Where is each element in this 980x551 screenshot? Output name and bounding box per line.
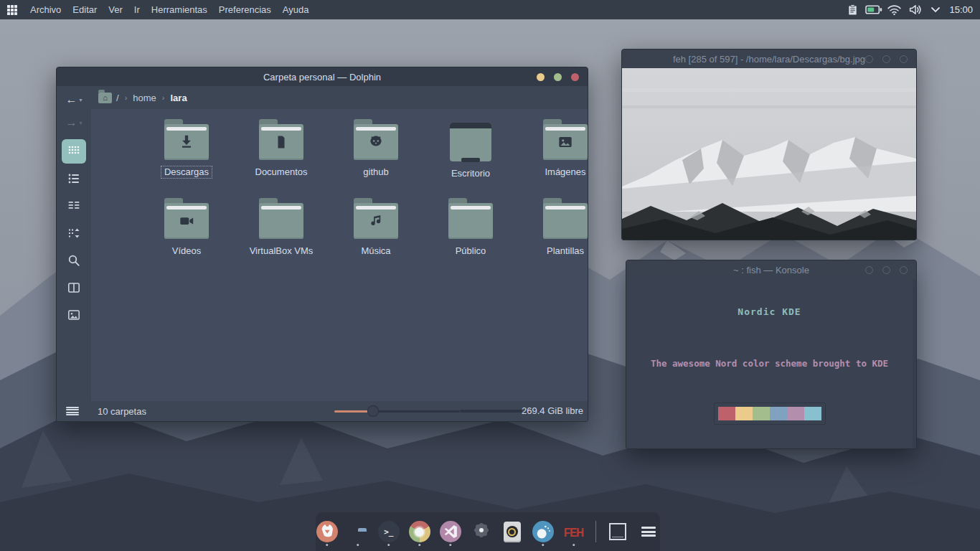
konsole-title: ~ : fish — Konsole (733, 265, 809, 276)
folder-item-m-sica[interactable]: Música (330, 197, 422, 263)
folder-item-p-blico[interactable]: Público (425, 197, 517, 263)
folder-label: VirtualBox VMs (246, 245, 317, 258)
minimize-button[interactable] (537, 73, 545, 81)
zoom-slider[interactable] (334, 405, 460, 417)
split-view-button[interactable] (62, 278, 86, 300)
palette-swatch (770, 407, 787, 420)
palette-swatch (787, 407, 804, 420)
palette-swatch (804, 407, 821, 420)
running-indicator (449, 544, 452, 547)
folder-label: Música (357, 245, 394, 258)
menu-item-editar[interactable]: Editar (67, 0, 103, 19)
dock-show-desktop[interactable] (606, 517, 629, 546)
icons-view-button[interactable] (62, 139, 86, 164)
minimize-button[interactable] (865, 266, 873, 274)
dock-app-menu[interactable] (637, 517, 660, 546)
volume-icon[interactable] (907, 3, 923, 17)
preview-button[interactable] (62, 306, 86, 327)
free-space: 269.4 GiB libre (522, 401, 583, 421)
menu-item-archivo[interactable]: Archivo (24, 0, 67, 19)
folder-item-descargas[interactable]: Descargas (141, 118, 232, 184)
folder-item-documentos[interactable]: Documentos (235, 118, 327, 184)
app-launcher-button[interactable] (0, 0, 24, 19)
folder-label: Público (452, 245, 490, 258)
feh-logo-icon: FEH (564, 524, 583, 539)
konsole-window: ~ : fish — Konsole Nordic KDE The awesom… (626, 260, 917, 449)
details-view-button[interactable] (62, 169, 86, 191)
dolphin-title: Carpeta personal — Dolphin (263, 72, 381, 83)
chevron-down-icon[interactable] (928, 3, 943, 17)
zoom-slider-knob[interactable] (367, 405, 379, 417)
image-folder-icon (543, 124, 588, 160)
folder-item-escritorio[interactable]: Escritorio (425, 118, 517, 184)
breadcrumb-lara[interactable]: lara (171, 93, 187, 103)
dock-music-player[interactable] (501, 517, 524, 546)
folder-item-im-genes[interactable]: Imágenes (519, 118, 588, 184)
forward-button[interactable]: →▾ (62, 113, 86, 132)
folder-item-virtualbox-vms[interactable]: VirtualBox VMs (235, 197, 327, 263)
maximize-button[interactable] (554, 73, 562, 81)
menu-item-herramientas[interactable]: Herramientas (146, 0, 213, 19)
breadcrumb-home[interactable]: home (133, 93, 156, 103)
terminal-output[interactable]: Nordic KDE The awesome Nord color scheme… (626, 279, 916, 448)
wifi-icon[interactable] (886, 3, 902, 17)
breadcrumb-root[interactable]: / (116, 93, 119, 103)
close-button[interactable] (900, 266, 908, 274)
close-button[interactable] (900, 55, 908, 63)
folder-label: Documentos (252, 166, 311, 179)
menu-item-preferencias[interactable]: Preferencias (213, 0, 277, 19)
system-tray (844, 3, 943, 17)
minimize-button[interactable] (865, 55, 873, 63)
menubar-items: ArchivoEditarVerIrHerramientasPreferenci… (24, 0, 314, 19)
folder-item-plantillas[interactable]: Plantillas (519, 197, 588, 263)
dock-panel: >_FEH (316, 512, 660, 551)
folder-label: Vídeos (169, 245, 204, 258)
details-view-icon (67, 171, 81, 189)
dock-chromium[interactable] (408, 517, 431, 546)
folder-count: 10 carpetas (98, 406, 146, 417)
dolphin-window: Carpeta personal — Dolphin ⌂ / › home › … (56, 67, 588, 422)
palette-swatch (735, 407, 753, 420)
close-button[interactable] (571, 73, 579, 81)
compact-view-button[interactable] (62, 197, 86, 218)
sort-button[interactable] (62, 224, 86, 245)
konsole-titlebar[interactable]: ~ : fish — Konsole (626, 260, 916, 279)
maximize-button[interactable] (882, 266, 890, 274)
battery-icon[interactable] (865, 3, 881, 17)
terminal-heading: Nordic KDE (626, 306, 913, 317)
breadcrumb-home-icon[interactable]: ⌂ (98, 93, 112, 103)
folder-item-github[interactable]: github (330, 118, 422, 184)
feh-title: feh [285 of 597] - /home/lara/Descargas/… (673, 54, 865, 65)
menu-item-ayuda[interactable]: Ayuda (277, 0, 315, 19)
menu-item-ir[interactable]: Ir (128, 0, 146, 19)
back-button[interactable]: ←▾ (62, 90, 86, 109)
menu-item-ver[interactable]: Ver (103, 0, 128, 19)
running-indicator (542, 544, 545, 547)
desktop-icon (450, 123, 491, 161)
dock-terminal[interactable]: >_ (377, 517, 400, 546)
night-app-icon (532, 521, 554, 542)
sort-icon (67, 226, 81, 243)
dock-night-app[interactable] (532, 517, 555, 546)
icons-view-icon (67, 143, 81, 160)
running-indicator (387, 544, 390, 547)
folder-item-v-deos[interactable]: Vídeos (141, 197, 232, 263)
color-palette (714, 402, 826, 425)
clipboard-icon[interactable] (844, 3, 860, 17)
dock-feh[interactable]: FEH (562, 517, 585, 546)
dock-settings[interactable] (470, 517, 493, 546)
dolphin-titlebar[interactable]: Carpeta personal — Dolphin (57, 67, 588, 86)
video-folder-icon (164, 203, 209, 239)
app-menu-icon (641, 527, 656, 537)
maximize-button[interactable] (882, 55, 890, 63)
disk-capacity-bar (460, 410, 522, 413)
chevron-right-icon: › (123, 93, 129, 102)
feh-image-mountains (622, 68, 916, 240)
dock-vscode[interactable] (439, 517, 462, 546)
dock-file-manager[interactable] (347, 517, 369, 546)
running-indicator (326, 544, 329, 547)
search-button[interactable] (62, 251, 86, 273)
menu-toggle-icon[interactable] (66, 407, 79, 416)
dock-firefox[interactable] (316, 517, 339, 546)
feh-titlebar[interactable]: feh [285 of 597] - /home/lara/Descargas/… (622, 50, 916, 68)
